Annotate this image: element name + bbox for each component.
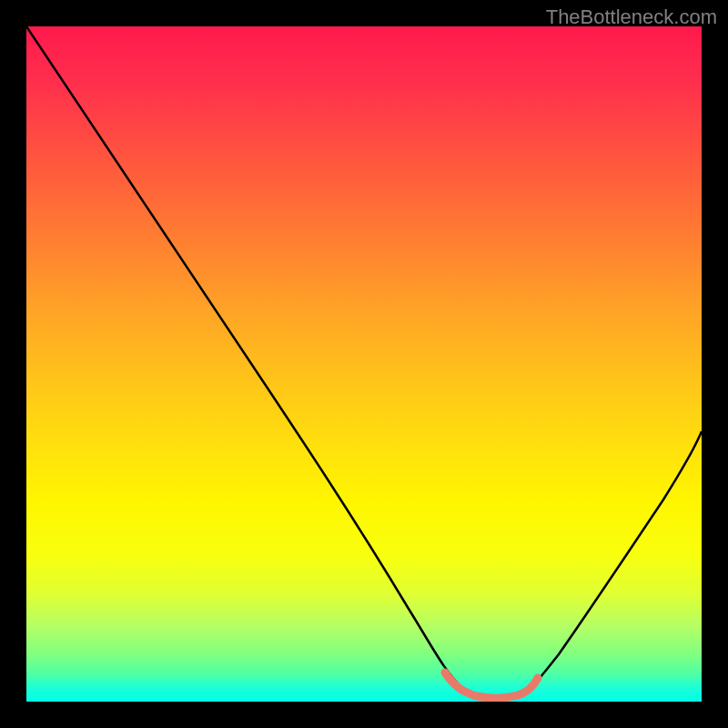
chart-svg xyxy=(26,26,702,702)
watermark-text: TheBottleneck.com xyxy=(546,5,717,29)
bottleneck-curve xyxy=(26,26,702,698)
chart-gradient-area xyxy=(26,26,702,702)
optimal-segment xyxy=(445,672,538,698)
